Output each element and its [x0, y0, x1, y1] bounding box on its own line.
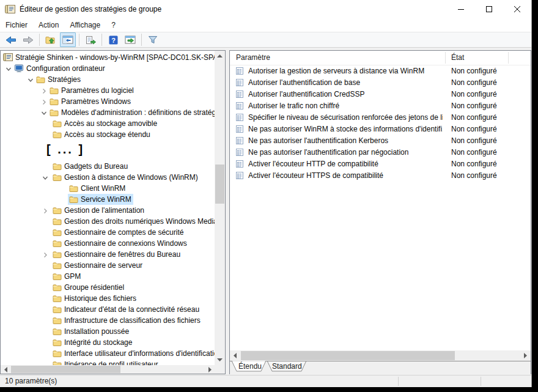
- tree-item[interactable]: Accès au stockage amovible: [1, 118, 215, 129]
- tree-item[interactable]: Gestionnaire de fenêtres du Bureau: [1, 249, 215, 260]
- param-row[interactable]: Spécifier le niveau de sécurisation renf…: [230, 112, 531, 124]
- tree-item[interactable]: Historique des fichiers: [1, 293, 215, 304]
- minimize-button[interactable]: [447, 0, 475, 18]
- console-tree-button[interactable]: [60, 32, 76, 47]
- tree-item[interactable]: Gestion de l'alimentation: [1, 205, 215, 216]
- folder-icon: [53, 174, 62, 181]
- list-horizontal-scrollbar[interactable]: [230, 350, 531, 361]
- tree-item[interactable]: Gestion des droits numériques Windows Me…: [1, 216, 215, 227]
- tree-item[interactable]: Configuration ordinateur: [1, 63, 215, 74]
- help-button[interactable]: ?: [105, 32, 121, 47]
- list-empty-area: [230, 182, 531, 350]
- scroll-up-icon[interactable]: [215, 51, 225, 61]
- maximize-button[interactable]: [475, 0, 503, 18]
- param-row[interactable]: Autoriser l'authentification CredSSPNon …: [230, 89, 531, 100]
- chevron-down-icon[interactable]: [41, 109, 47, 116]
- column-header-parametre[interactable]: Paramètre: [236, 53, 270, 62]
- param-row[interactable]: Autoriser le trafic non chiffréNon confi…: [230, 100, 531, 112]
- tab-etendu[interactable]: Étendu: [238, 362, 262, 371]
- param-name[interactable]: Ne pas autoriser l'authentification Kerb…: [248, 136, 388, 145]
- tree-item[interactable]: Gadgets du Bureau: [1, 161, 215, 172]
- chevron-right-icon[interactable]: [41, 87, 47, 94]
- chevron-down-icon[interactable]: [6, 65, 12, 72]
- param-state: Non configuré: [451, 102, 497, 110]
- column-divider[interactable]: [445, 52, 446, 64]
- param-row[interactable]: Activer l'écouteur HTTP de compatibilité…: [230, 158, 531, 170]
- menu-action[interactable]: Action: [33, 19, 64, 31]
- param-name[interactable]: Autoriser l'authentification de base: [248, 78, 360, 87]
- scrollbar-thumb[interactable]: [241, 351, 455, 360]
- column-header-etat[interactable]: État: [451, 53, 464, 62]
- scroll-right-icon[interactable]: [205, 365, 215, 374]
- param-row[interactable]: Ne pas autoriser l'authentification Kerb…: [230, 135, 531, 147]
- folder-up-button[interactable]: [43, 32, 59, 47]
- tab-standard[interactable]: Standard: [272, 362, 302, 371]
- forward-button[interactable]: [20, 32, 36, 47]
- tree-item-label: Groupe résidentiel: [64, 282, 124, 293]
- tree-item[interactable]: Interface utilisateur d'informations d'i…: [1, 348, 215, 359]
- param-name[interactable]: Ne pas autoriser l'authentification par …: [248, 148, 408, 157]
- tree-item[interactable]: Installation poussée: [1, 326, 215, 337]
- param-row[interactable]: Autoriser l'authentification de baseNon …: [230, 77, 531, 89]
- tree-item[interactable]: Stratégies: [1, 74, 215, 85]
- tree-item[interactable]: Paramètres du logiciel: [1, 85, 215, 96]
- scroll-down-icon[interactable]: [215, 355, 225, 365]
- tree-item[interactable]: Service WinRM: [1, 194, 215, 205]
- show-window-button[interactable]: [122, 32, 138, 47]
- param-row[interactable]: Ne pas autoriser WinRM à stocke des info…: [230, 124, 531, 135]
- export-list-button[interactable]: [83, 32, 98, 47]
- menu-bar: Fichier Action Affichage ?: [0, 18, 531, 32]
- tree-item[interactable]: Gestionnaire de connexions Windows: [1, 238, 215, 249]
- param-name[interactable]: Ne pas autoriser WinRM à stocke des info…: [248, 125, 443, 133]
- chevron-right-icon[interactable]: [41, 98, 47, 105]
- chevron-down-icon[interactable]: [28, 76, 34, 83]
- param-name[interactable]: Spécifier le niveau de sécurisation renf…: [248, 113, 443, 122]
- param-state: Non configuré: [451, 125, 497, 133]
- tree-item[interactable]: Gestionnaire de comptes de sécurité: [1, 227, 215, 238]
- chevron-down-icon[interactable]: [42, 174, 48, 180]
- chevron-right-icon[interactable]: [42, 207, 48, 213]
- param-name[interactable]: Activer l'écouteur HTTP de compatibilité: [248, 160, 378, 168]
- param-name[interactable]: Activer l'écouteur HTTPS de compatibilit…: [248, 171, 383, 180]
- param-name[interactable]: Autoriser l'authentification CredSSP: [248, 90, 364, 98]
- menu-affichage[interactable]: Affichage: [64, 19, 106, 31]
- toolbar: ?: [0, 32, 531, 48]
- tree-item-label: GPM: [64, 271, 81, 282]
- tree-item[interactable]: Intégrité du stockage: [1, 337, 215, 348]
- tree-item[interactable]: Indicateur d'état de la connectivité rés…: [1, 304, 215, 315]
- param-name[interactable]: Autoriser la gestion de serveurs à dista…: [248, 67, 424, 75]
- tree-item[interactable]: Gestionnaire de serveur: [1, 260, 215, 271]
- scrollbar-thumb[interactable]: [215, 165, 224, 204]
- folder-icon: [53, 163, 62, 170]
- status-count: 10 paramètre(s): [5, 377, 57, 385]
- menu-fichier[interactable]: Fichier: [0, 19, 33, 31]
- tree-vertical-scrollbar[interactable]: [215, 51, 225, 365]
- tree-item[interactable]: Stratégie Shinken - windows-by-WinRM [SP…: [1, 52, 215, 63]
- tree-horizontal-scrollbar[interactable]: [1, 365, 215, 374]
- scroll-left-icon[interactable]: [230, 350, 240, 361]
- tree-item[interactable]: Paramètres Windows: [1, 96, 215, 107]
- param-row[interactable]: Ne pas autoriser l'authentification par …: [230, 147, 531, 158]
- param-row[interactable]: Activer l'écouteur HTTPS de compatibilit…: [230, 170, 531, 182]
- tree-item[interactable]: Modèles d'administration : définitions d…: [1, 107, 215, 118]
- tree-item[interactable]: Gestion à distance de Windows (WinRM): [1, 172, 215, 183]
- tree-item[interactable]: Client WinRM: [1, 183, 215, 194]
- tree-item[interactable]: Infrastructure de classification des fic…: [1, 315, 215, 326]
- chevron-right-icon[interactable]: [42, 251, 48, 257]
- close-button[interactable]: [503, 0, 531, 18]
- tree-item[interactable]: GPM: [1, 271, 215, 282]
- tree-item-label: Gestionnaire de serveur: [64, 260, 142, 271]
- back-button[interactable]: [3, 32, 19, 47]
- scrollbar-thumb[interactable]: [11, 366, 120, 373]
- tree-item[interactable]: Itinérance de profil utilisateur: [1, 359, 215, 365]
- column-divider[interactable]: [508, 52, 509, 64]
- menu-help[interactable]: ?: [106, 19, 121, 31]
- scroll-left-icon[interactable]: [1, 365, 10, 374]
- filter-button[interactable]: [145, 32, 161, 47]
- tree-item[interactable]: Accès au stockage étendu: [1, 129, 215, 140]
- param-name[interactable]: Autoriser le trafic non chiffré: [248, 102, 339, 110]
- scroll-right-icon[interactable]: [520, 350, 531, 361]
- export-list-icon: [86, 35, 96, 45]
- tree-item[interactable]: Groupe résidentiel: [1, 282, 215, 293]
- param-row[interactable]: Autoriser la gestion de serveurs à dista…: [230, 65, 531, 77]
